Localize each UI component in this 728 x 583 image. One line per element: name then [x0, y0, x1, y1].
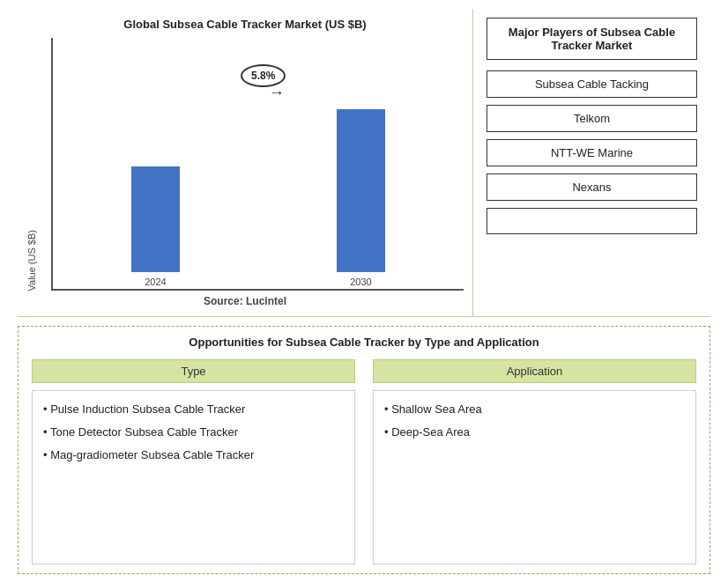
application-item-1: Deep-Sea Area [384, 423, 685, 442]
bar-group-2030: 2030 [258, 109, 464, 287]
bar-label-2030: 2030 [350, 277, 371, 287]
cagr-arrow: → [269, 84, 285, 102]
player-item-3: Nexans [487, 173, 697, 201]
application-content: Shallow Sea Area Deep-Sea Area [373, 390, 696, 565]
page: Global Subsea Cable Tracker Market (US $… [0, 0, 728, 583]
type-column: Type Pulse Induction Subsea Cable Tracke… [32, 359, 355, 565]
player-item-0: Subsea Cable Tacking [487, 70, 697, 98]
application-list: Shallow Sea Area Deep-Sea Area [384, 400, 685, 442]
bars-container: 5.8% → 2024 2030 [51, 38, 464, 291]
type-list: Pulse Induction Subsea Cable Tracker Ton… [43, 400, 344, 465]
type-content: Pulse Induction Subsea Cable Tracker Ton… [32, 390, 355, 565]
cagr-annotation: 5.8% → [241, 64, 286, 102]
bar-2024 [131, 166, 180, 272]
players-section: Major Players of Subsea Cable Tracker Ma… [472, 9, 710, 316]
bar-group-2024: 2024 [53, 166, 258, 287]
application-item-0: Shallow Sea Area [384, 400, 685, 419]
chart-title: Global Subsea Cable Tracker Market (US $… [123, 18, 366, 31]
player-item-2: NTT-WE Marine [487, 139, 697, 166]
opportunities-title: Opportunities for Subsea Cable Tracker b… [32, 336, 696, 349]
players-title: Major Players of Subsea Cable Tracker Ma… [487, 18, 697, 60]
chart-area: Value (US $B) 5.8% → 2024 [26, 38, 464, 291]
type-header: Type [32, 359, 355, 383]
y-axis-label: Value (US $B) [26, 230, 37, 292]
bar-2030 [337, 109, 385, 272]
type-item-2: Mag-gradiometer Subsea Cable Tracker [43, 446, 344, 465]
chart-inner: 5.8% → 2024 2030 [42, 38, 464, 291]
chart-section: Global Subsea Cable Tracker Market (US $… [18, 9, 472, 316]
player-item-empty [487, 208, 697, 234]
player-item-1: Telkom [487, 105, 697, 132]
bottom-columns: Type Pulse Induction Subsea Cable Tracke… [32, 359, 696, 565]
chart-source: Source: Lucintel [204, 295, 286, 307]
bottom-section: Opportunities for Subsea Cable Tracker b… [18, 326, 710, 574]
type-item-0: Pulse Induction Subsea Cable Tracker [43, 400, 344, 419]
bar-label-2024: 2024 [145, 277, 166, 287]
application-header: Application [373, 359, 696, 383]
application-column: Application Shallow Sea Area Deep-Sea Ar… [373, 359, 696, 565]
top-section: Global Subsea Cable Tracker Market (US $… [18, 9, 710, 317]
type-item-1: Tone Detector Subsea Cable Tracker [43, 423, 344, 442]
